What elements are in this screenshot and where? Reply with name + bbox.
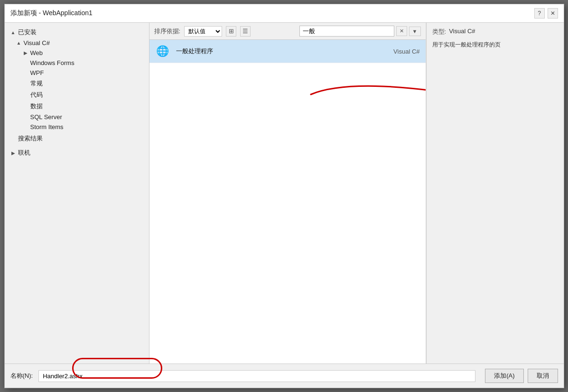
windows-forms-label: Windows Forms — [30, 59, 74, 66]
expand-icon-web: ▶ — [23, 50, 28, 56]
tree-item-search-results[interactable]: 搜索结果 — [5, 133, 149, 144]
installed-label: 已安装 — [18, 28, 37, 37]
bottom-buttons: 添加(A) 取消 — [485, 369, 558, 383]
online-label: 联机 — [18, 149, 30, 157]
search-dropdown-button[interactable]: ▼ — [409, 27, 421, 36]
add-new-item-dialog: 添加新项 - WebApplication1 ? ✕ ▲ 已安装 ▲ Visua… — [4, 4, 564, 388]
tree-item-sql-server[interactable]: SQL Server — [5, 112, 149, 122]
grid-view-button[interactable]: ⊞ — [226, 26, 236, 37]
sort-dropdown: 默认值 — [184, 26, 222, 37]
cancel-button[interactable]: 取消 — [528, 369, 558, 383]
list-view-button[interactable]: ☰ — [240, 26, 251, 37]
tree-item-windows-forms[interactable]: Windows Forms — [5, 58, 149, 68]
tree-item-code[interactable]: 代码 — [5, 89, 149, 101]
add-button[interactable]: 添加(A) — [485, 369, 523, 383]
item-list: 🌐 一般处理程序 Visual C# — [149, 40, 426, 364]
title-bar: 添加新项 - WebApplication1 ? ✕ — [5, 4, 564, 23]
code-label: 代码 — [30, 91, 43, 99]
center-panel: 排序依据: 默认值 ⊞ ☰ ✕ ▼ — [149, 23, 426, 364]
grid-icon: ⊞ — [229, 28, 234, 35]
data-label: 数据 — [30, 102, 43, 111]
visual-csharp-label: Visual C# — [24, 39, 50, 47]
sql-server-label: SQL Server — [30, 113, 62, 121]
tree-item-wpf[interactable]: WPF — [5, 68, 149, 78]
desc-text: 用于实现一般处理程序的页 — [432, 41, 558, 49]
tree-item-normal[interactable]: 常规 — [5, 78, 149, 89]
tree-item-data[interactable]: 数据 — [5, 101, 149, 112]
tree-item-storm-items[interactable]: Storm Items — [5, 122, 149, 132]
tree-item-visual-csharp[interactable]: ▲ Visual C# — [5, 38, 149, 48]
search-input[interactable] — [299, 26, 394, 37]
expand-icon: ▲ — [10, 30, 16, 35]
dialog-title: 添加新项 - WebApplication1 — [10, 9, 93, 18]
right-panel: 类型: Visual C# 用于实现一般处理程序的页 — [426, 23, 564, 364]
list-item[interactable]: 🌐 一般处理程序 Visual C# — [149, 40, 426, 63]
wpf-label: WPF — [30, 69, 44, 76]
type-value: Visual C# — [449, 28, 475, 35]
storm-items-label: Storm Items — [30, 123, 64, 131]
search-results-label: 搜索结果 — [18, 134, 43, 143]
item-type: Visual C# — [382, 48, 420, 55]
tree-item-online[interactable]: ▶ 联机 — [5, 147, 149, 159]
name-field-label: 名称(N): — [10, 372, 33, 380]
item-icon: 🌐 — [155, 44, 170, 59]
help-button[interactable]: ? — [534, 8, 545, 19]
search-clear-button[interactable]: ✕ — [396, 26, 407, 36]
expand-icon-online: ▶ — [10, 150, 16, 156]
bottom-bar: 名称(N): 添加(A) 取消 — [5, 364, 564, 388]
left-tree-panel: ▲ 已安装 ▲ Visual C# ▶ Web Windows Forms WP… — [5, 23, 149, 364]
web-label: Web — [30, 49, 43, 56]
close-button[interactable]: ✕ — [548, 8, 558, 19]
sort-label: 排序依据: — [154, 27, 181, 36]
content-area: ▲ 已安装 ▲ Visual C# ▶ Web Windows Forms WP… — [5, 23, 564, 364]
toolbar-bar: 排序依据: 默认值 ⊞ ☰ ✕ ▼ — [149, 23, 426, 40]
sort-select[interactable]: 默认值 — [184, 26, 222, 37]
list-icon: ☰ — [242, 28, 248, 35]
name-input[interactable] — [38, 370, 475, 382]
title-controls: ? ✕ — [534, 8, 558, 19]
normal-label: 常规 — [30, 79, 43, 88]
type-info-row: 类型: Visual C# — [432, 28, 558, 36]
tree-item-installed[interactable]: ▲ 已安装 — [5, 27, 149, 38]
item-name: 一般处理程序 — [176, 47, 376, 56]
expand-icon-csharp: ▲ — [16, 40, 22, 46]
annotation-curve — [301, 80, 426, 109]
tree-item-web[interactable]: ▶ Web — [5, 48, 149, 58]
type-label: 类型: — [432, 28, 447, 36]
